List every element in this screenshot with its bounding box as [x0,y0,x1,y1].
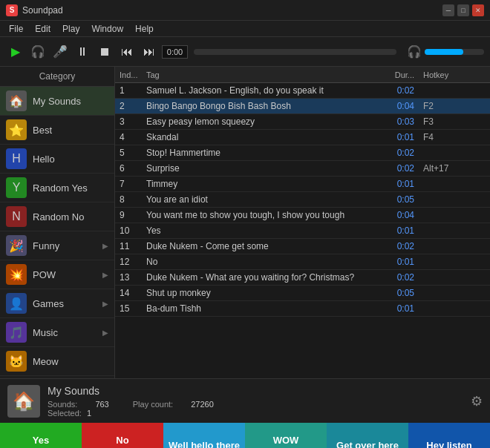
microphone-icon: 🎤 [50,42,70,62]
menu-item-window[interactable]: Window [85,22,129,36]
pause-button[interactable]: ⏸ [73,42,92,62]
quick-button-hey-listen[interactable]: Hey listen [408,423,490,448]
sidebar-icon: 💥 [6,264,27,285]
menu-item-play[interactable]: Play [56,22,85,36]
sidebar-item-random-yes[interactable]: YRandom Yes [0,174,114,202]
quick-button-well-hello-there[interactable]: Well hello there [163,423,245,448]
sidebar-label: Games [33,298,64,309]
row-duration: 0:02 [374,239,419,254]
quick-button-wow[interactable]: WOWAlt+W [245,423,327,448]
sound-row[interactable]: 9 You want me to show you tough, I show … [115,208,490,223]
sidebar-icon: 👤 [6,293,27,314]
row-hotkey [419,88,478,93]
row-index: 1 [115,83,142,98]
sound-row[interactable]: 12 No 0:01 [115,254,490,270]
row-duration: 0:01 [374,301,419,316]
row-tag: Shut up monkey [142,286,374,300]
menu-item-edit[interactable]: Edit [29,22,56,36]
row-hotkey [419,275,478,280]
menu-item-file[interactable]: File [3,22,29,36]
row-hotkey [419,244,478,248]
sound-row[interactable]: 10 Yes 0:01 [115,223,490,239]
quick-button-label: Well hello there [169,440,240,449]
sidebar-label: Funny [33,240,59,251]
headphone-icon: 🎧 [28,42,48,62]
sidebar-icon: ⭐ [6,119,27,140]
quick-button-yes[interactable]: YesAlt+Y [0,423,82,448]
row-index: 13 [115,270,142,285]
selected-label: Selected: [48,409,82,418]
volume-bar-fill [425,49,463,55]
sound-row[interactable]: 2 Bingo Bango Bongo Bish Bash Bosh 0:04 … [115,99,490,114]
window-controls: ─ □ ✕ [442,4,484,16]
row-tag: Easy peasy lemon squeezy [142,114,374,129]
close-button[interactable]: ✕ [472,4,484,16]
progress-bar[interactable] [194,49,396,55]
sidebar-label: Random Yes [33,182,88,194]
sidebar-item-random-no[interactable]: NRandom No [0,202,114,231]
row-duration: 0:04 [374,99,419,113]
row-index: 4 [115,130,142,145]
col-index-header: Ind... [115,68,142,82]
sidebar-label: Hello [33,154,55,165]
row-tag: Duke Nukem - What are you waiting for? C… [142,270,374,285]
row-tag: Duke Nukem - Come get some [142,239,374,254]
row-duration: 0:04 [374,208,419,223]
menu-item-help[interactable]: Help [129,22,160,36]
sound-row[interactable]: 14 Shut up monkey 0:05 [115,286,490,301]
stop-button[interactable]: ⏹ [95,42,114,62]
category-header: Category [0,67,114,87]
prev-button[interactable]: ⏮ [117,42,137,62]
row-index: 11 [115,239,142,254]
footer-selected: Selected: 1 [48,409,463,418]
footer-category-icon: 🏠 [7,385,40,418]
sidebar-icon: 🐱 [6,351,27,372]
sidebar-icon: 🎉 [6,235,27,256]
sidebar-item-pow[interactable]: 💥POW▶ [0,260,114,289]
minimize-button[interactable]: ─ [442,4,454,16]
row-hotkey: F2 [419,99,478,113]
sidebar-item-funny[interactable]: 🎉Funny▶ [0,231,114,260]
quick-button-no[interactable]: NoAlt+N [82,423,163,448]
row-index: 6 [115,161,142,176]
quick-button-get-over-here[interactable]: Get over here [327,423,408,448]
sound-row[interactable]: 5 Stop! Hammertime 0:02 [115,145,490,161]
row-tag: You want me to show you tough, I show yo… [142,208,374,223]
sidebar-item-games[interactable]: 👤Games▶ [0,289,114,318]
row-index: 7 [115,177,142,191]
col-hotkey-header: Hotkey [419,68,478,82]
next-button[interactable]: ⏭ [140,42,159,62]
sound-row[interactable]: 8 You are an idiot 0:05 [115,192,490,208]
volume-bar[interactable] [425,49,484,55]
play-count: 27260 [191,400,214,409]
maximize-button[interactable]: □ [457,4,469,16]
sound-row[interactable]: 1 Samuel L. Jackson - English, do you sp… [115,83,490,99]
menubar: FileEditPlayWindowHelp [0,21,490,37]
row-tag: Samuel L. Jackson - English, do you spea… [142,83,374,98]
sound-row[interactable]: 7 Timmey 0:01 [115,177,490,192]
row-duration: 0:02 [374,83,419,98]
row-hotkey [419,151,478,155]
settings-icon[interactable]: ⚙ [471,393,483,409]
sound-row[interactable]: 6 Surprise 0:02 Alt+17 [115,161,490,177]
play-button[interactable]: ▶ [6,42,25,62]
row-index: 14 [115,286,142,300]
sidebar-item-meow[interactable]: 🐱Meow [0,347,114,376]
sidebar-arrow-icon: ▶ [102,300,108,308]
sidebar-item-my-sounds[interactable]: 🏠My Sounds [0,87,114,116]
sound-row[interactable]: 4 Skandal 0:01 F4 [115,130,490,145]
sound-row[interactable]: 15 Ba-dum Tishh 0:01 [115,301,490,317]
row-index: 5 [115,145,142,160]
sound-row[interactable]: 13 Duke Nukem - What are you waiting for… [115,270,490,286]
row-hotkey [419,228,478,233]
row-hotkey [419,306,478,311]
sidebar-item-hello[interactable]: HHello [0,145,114,174]
row-duration: 0:01 [374,130,419,145]
sidebar-item-best[interactable]: ⭐Best [0,116,114,145]
volume-icon: 🎧 [407,45,422,59]
sound-row[interactable]: 3 Easy peasy lemon squeezy 0:03 F3 [115,114,490,130]
row-index: 3 [115,114,142,129]
titlebar: S Soundpad ─ □ ✕ [0,0,490,21]
sidebar-item-music[interactable]: 🎵Music▶ [0,318,114,347]
sound-row[interactable]: 11 Duke Nukem - Come get some 0:02 [115,239,490,254]
